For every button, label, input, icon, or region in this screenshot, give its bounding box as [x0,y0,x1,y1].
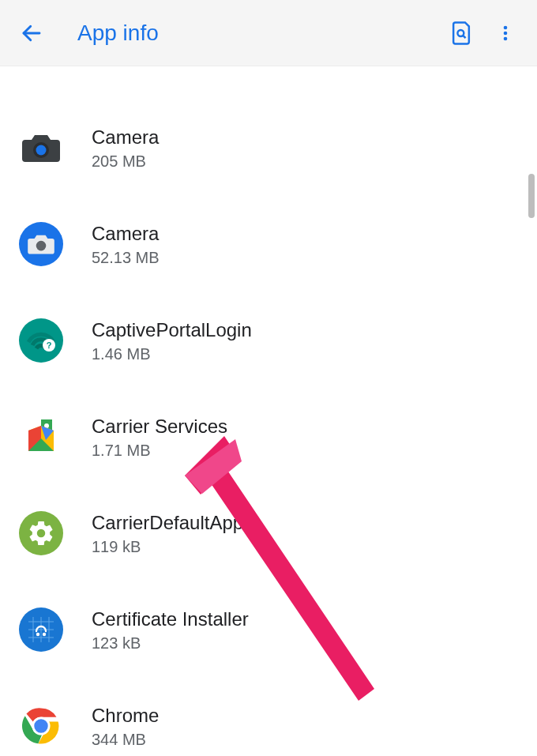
overflow-menu-button[interactable] [490,17,521,49]
app-icon-carrier-default [19,511,63,555]
list-item[interactable]: Carrier Services 1.71 MB [0,389,537,485]
svg-text:?: ? [47,340,52,350]
app-text: CaptivePortalLogin 1.46 MB [92,318,252,363]
app-name: CaptivePortalLogin [92,318,252,342]
app-name: Carrier Services [92,414,227,438]
svg-point-5 [504,36,508,40]
list-item[interactable]: ? CaptivePortalLogin 1.46 MB [0,292,537,389]
app-name: Certificate Installer [92,607,249,631]
app-text: Chrome 344 MB [92,703,159,749]
app-name: Camera [92,125,159,149]
app-size: 205 MB [92,152,159,171]
page-title: App info [77,21,445,46]
list-item[interactable]: Certificate Installer 123 kB [0,581,537,678]
app-name: Camera [92,221,160,246]
app-text: CarrierDefaultApp 119 kB [92,510,243,556]
app-icon-carrier-services [19,415,63,459]
list-item[interactable]: Camera 205 MB [0,100,537,196]
app-icon-certificate-installer [19,607,63,652]
list-item[interactable]: Camera 52.13 MB [0,196,537,292]
svg-point-7 [36,145,47,156]
svg-point-19 [43,633,46,636]
app-size: 123 kB [92,634,249,653]
svg-point-4 [504,31,508,35]
app-bar: App info [0,0,537,66]
app-name: CarrierDefaultApp [92,510,243,535]
app-size: 119 kB [92,538,243,556]
svg-point-18 [36,633,39,636]
app-text: Certificate Installer 123 kB [92,607,249,653]
app-text: Camera 205 MB [92,125,159,171]
app-text: Camera 52.13 MB [92,221,160,267]
svg-line-2 [463,36,465,38]
svg-point-1 [457,30,464,36]
search-button[interactable] [445,17,477,49]
scrollbar-thumb[interactable] [528,174,535,218]
app-size: 1.46 MB [92,345,252,363]
svg-point-3 [504,25,508,29]
arrow-back-icon [20,21,43,45]
app-list: Camera 205 MB Camera 52.13 MB [0,66,537,756]
app-icon-camera [19,126,63,170]
back-button[interactable] [16,17,47,49]
list-item[interactable]: CarrierDefaultApp 119 kB [0,485,537,581]
app-icon-camera-go [19,222,63,266]
search-doc-icon [449,21,473,46]
app-size: 344 MB [92,731,159,749]
app-text: Carrier Services 1.71 MB [92,414,227,460]
list-item[interactable]: Chrome 344 MB [0,678,537,756]
app-name: Chrome [92,703,159,728]
app-icon-captive-portal: ? [19,318,63,363]
app-size: 1.71 MB [92,442,227,460]
app-size: 52.13 MB [92,249,160,267]
more-vert-icon [496,22,515,44]
app-icon-chrome [19,704,63,748]
svg-point-8 [36,241,47,251]
